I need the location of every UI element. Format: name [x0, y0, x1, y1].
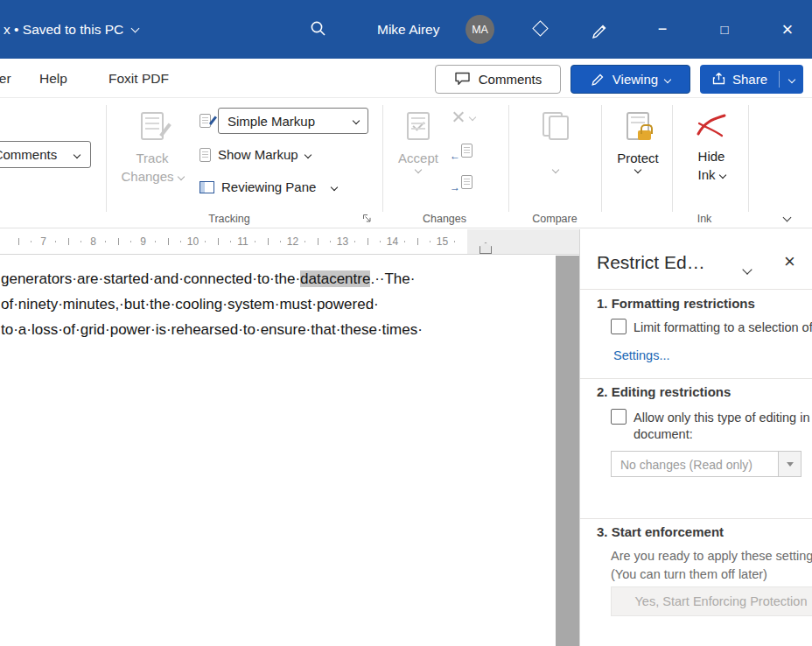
- share-icon: [711, 71, 726, 88]
- limit-formatting-checkbox[interactable]: [611, 319, 626, 334]
- section-divider: [580, 289, 812, 290]
- horizontal-ruler: 7 8 9 10 11 12 13 14 15: [0, 229, 579, 255]
- viewing-mode-button[interactable]: Viewing: [570, 65, 690, 94]
- document-text: generators·are·started·and·connected·to·…: [1, 266, 423, 342]
- saved-status[interactable]: x • Saved to this PC: [4, 0, 138, 59]
- group-divider: [382, 105, 383, 212]
- word-window: x • Saved to this PC Mike Airey MA − □ ×…: [0, 0, 812, 646]
- line1-post: .··The·: [370, 270, 415, 287]
- compare-button[interactable]: [526, 105, 585, 172]
- editing-type-dropdown[interactable]: No changes (Read only): [611, 451, 802, 477]
- show-markup-button[interactable]: Show Markup: [200, 147, 311, 162]
- collapse-ribbon-chevron-icon[interactable]: [784, 208, 790, 223]
- viewing-label: Viewing: [612, 72, 658, 87]
- track-changes-button[interactable]: Track Changes: [115, 105, 190, 186]
- group-divider: [601, 105, 602, 212]
- comment-bubble-icon: [454, 71, 471, 88]
- show-markup-icon: [200, 148, 211, 162]
- user-name[interactable]: Mike Airey: [377, 0, 440, 59]
- next-change-icon: →: [452, 175, 472, 191]
- ruler-number: 12: [268, 229, 318, 254]
- chevron-down-icon: [131, 24, 140, 32]
- pane-close-icon[interactable]: ×: [784, 252, 795, 271]
- start-enforcement-heading: 3. Start enforcement: [597, 524, 724, 539]
- limit-formatting-label: Limit formatting to a selection of style…: [634, 320, 812, 334]
- dialog-launcher-icon[interactable]: [361, 211, 372, 226]
- title-bar: x • Saved to this PC Mike Airey MA − □ ×: [0, 0, 812, 59]
- formatting-restrictions-heading: 1. Formatting restrictions: [597, 296, 755, 311]
- document-line: of·ninety·minutes,·but·the·cooling·syste…: [1, 291, 423, 317]
- enforcement-description-line1: Are you ready to apply these settings?: [611, 549, 812, 563]
- display-for-review-row: Simple Markup: [200, 108, 368, 134]
- accept-icon: [393, 112, 444, 140]
- previous-change-button[interactable]: ←: [452, 144, 472, 159]
- chevron-down-icon: [788, 75, 794, 82]
- reject-button[interactable]: [452, 110, 475, 123]
- pane-options-chevron-icon[interactable]: [744, 261, 751, 277]
- restrict-editing-pane: Restrict Editing × 1. Formatting restric…: [579, 229, 812, 646]
- show-comments-dropdown[interactable]: Show Comments: [0, 141, 91, 168]
- tab-help[interactable]: Help: [39, 59, 67, 98]
- ribbon-review: Show Comments Track Changes Simple Marku…: [0, 98, 812, 228]
- enforcement-description-line2: (You can turn them off later): [611, 567, 767, 581]
- allow-editing-label-line2: document:: [634, 427, 693, 441]
- chevron-down-icon: [177, 172, 184, 179]
- triangle-down-icon: [787, 462, 794, 467]
- ruler-number: 13: [318, 229, 368, 254]
- chevron-down-icon: [304, 151, 311, 158]
- pen-icon[interactable]: [591, 19, 610, 42]
- protect-button[interactable]: Protect: [612, 105, 664, 172]
- editing-type-value: No changes (Read only): [612, 452, 778, 476]
- start-enforcing-button[interactable]: Yes, Start Enforcing Protection: [611, 586, 812, 616]
- reject-icon: [452, 110, 465, 123]
- document-line: to·a·loss·of·grid·power·is·rehearsed·to·…: [1, 317, 423, 342]
- share-button[interactable]: Share: [700, 65, 803, 94]
- document-page[interactable]: generators·are·started·and·connected·to·…: [0, 256, 579, 646]
- ruler-number: 8: [68, 229, 118, 254]
- reviewing-pane-icon: [200, 181, 214, 193]
- diamond-icon[interactable]: [532, 20, 548, 36]
- ruler-number: 15: [417, 229, 467, 254]
- share-dropdown-button[interactable]: [780, 65, 803, 94]
- group-divider: [672, 105, 673, 212]
- allow-editing-label-line1: Allow only this type of editing in the: [634, 411, 812, 425]
- search-icon[interactable]: [309, 19, 328, 42]
- share-main[interactable]: Share: [700, 71, 779, 88]
- track-changes-icon: [115, 112, 190, 140]
- display-for-review-select[interactable]: Simple Markup: [218, 108, 368, 134]
- group-divider: [106, 105, 107, 212]
- settings-link[interactable]: Settings...: [613, 348, 669, 362]
- comments-label: Comments: [479, 72, 542, 87]
- show-markup-label: Show Markup: [218, 147, 298, 162]
- saved-status-label: x • Saved to this PC: [4, 22, 123, 38]
- comments-button[interactable]: Comments: [435, 65, 561, 94]
- allow-editing-checkbox[interactable]: [611, 409, 626, 425]
- close-button[interactable]: ×: [772, 0, 803, 59]
- maximize-button[interactable]: □: [709, 0, 740, 59]
- next-change-button[interactable]: →: [452, 175, 472, 191]
- highlighted-word: datacentre: [300, 270, 370, 287]
- reviewing-pane-button[interactable]: Reviewing Pane: [200, 179, 337, 194]
- ribbon-tab-row: Developer Help Foxit PDF Comments Viewin…: [0, 59, 812, 98]
- chevron-down-icon: [353, 117, 360, 124]
- tab-developer[interactable]: Developer: [0, 59, 11, 98]
- minimize-button[interactable]: −: [647, 0, 678, 59]
- track-changes-label-2: Changes: [121, 167, 173, 186]
- hide-ink-button[interactable]: Hide Ink: [683, 105, 739, 184]
- chevron-down-icon: [718, 171, 725, 178]
- ruler-number: 10: [168, 229, 218, 254]
- section-divider: [580, 518, 812, 519]
- group-label-ink: Ink: [652, 213, 757, 225]
- line1-pre: generators·are·started·and·connected·to·…: [1, 270, 300, 287]
- chevron-down-icon: [469, 113, 476, 120]
- accept-button[interactable]: Accept: [393, 105, 444, 172]
- group-label-compare: Compare: [502, 213, 607, 225]
- dropdown-arrow-button[interactable]: [778, 452, 801, 476]
- canvas-background: [556, 256, 579, 646]
- chevron-down-icon: [664, 75, 671, 82]
- viewing-pen-icon: [591, 71, 606, 88]
- avatar[interactable]: MA: [466, 15, 494, 44]
- tab-foxit-pdf[interactable]: Foxit PDF: [108, 59, 169, 98]
- share-label: Share: [732, 72, 767, 87]
- pane-title: Restrict Editing: [597, 252, 705, 273]
